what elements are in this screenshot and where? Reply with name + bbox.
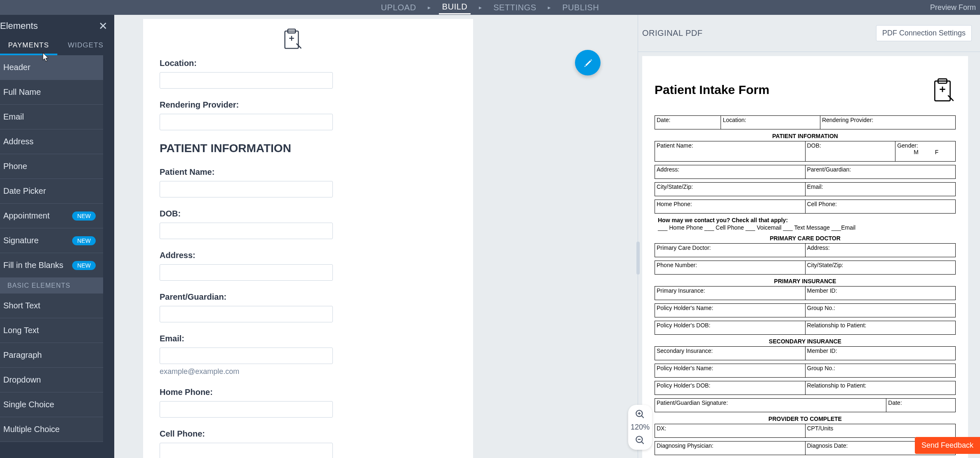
form-field-input[interactable]	[160, 443, 333, 458]
form-field-label: Parent/Guardian:	[160, 292, 424, 302]
element-item-label: Short Text	[3, 301, 40, 310]
zoom-in-icon	[635, 409, 645, 420]
element-item[interactable]: AppointmentNEW	[0, 204, 103, 228]
send-feedback-button[interactable]: Send Feedback	[915, 437, 980, 454]
pdf-field-cell: Date:	[655, 116, 721, 129]
form-field-label: Patient Name:	[160, 167, 424, 177]
zoom-controls: 120%	[628, 405, 652, 450]
elements-section-header: BASIC ELEMENTS	[0, 278, 103, 294]
form-field-input[interactable]	[160, 348, 333, 364]
form-field[interactable]: Cell Phone:	[160, 429, 424, 458]
pdf-field-cell: CPT/Units	[805, 424, 956, 438]
element-item[interactable]: Date Picker	[0, 179, 103, 204]
pdf-field-cell: DOB:	[805, 141, 895, 162]
close-icon[interactable]: ✕	[99, 21, 108, 31]
pdf-section-header: PRIMARY CARE DOCTOR	[655, 235, 956, 242]
pdf-connection-settings-button[interactable]: PDF Connection Settings	[876, 25, 972, 41]
nav-upload[interactable]: UPLOAD	[378, 1, 419, 14]
form-field[interactable]: Rendering Provider:	[160, 100, 424, 130]
element-item[interactable]: Single Choice	[0, 392, 103, 417]
element-item-label: Fill in the Blanks	[3, 261, 64, 270]
pdf-field-cell: Location:	[721, 116, 820, 129]
element-item[interactable]: Short Text	[0, 294, 103, 318]
new-badge: NEW	[72, 261, 96, 270]
form-field-label: Cell Phone:	[160, 429, 424, 439]
form-field-label: Address:	[160, 251, 424, 260]
form-field-input[interactable]	[160, 72, 333, 89]
pdf-field-cell: Cell Phone:	[805, 200, 956, 214]
form-field[interactable]: Email:example@example.com	[160, 334, 424, 376]
element-item[interactable]: Header	[0, 55, 103, 80]
new-badge: NEW	[72, 211, 96, 221]
element-item-label: Email	[3, 112, 24, 122]
element-item-label: Dropdown	[3, 375, 41, 385]
pdf-field-cell: Policy Holder's DOB:	[655, 321, 806, 335]
form-field[interactable]: Location:	[160, 59, 424, 89]
element-item[interactable]: Fill in the BlanksNEW	[0, 253, 103, 278]
pdf-field-cell: Primary Care Doctor:	[655, 244, 806, 257]
pdf-preview-panel: ORIGINAL PDF PDF Connection Settings Pat…	[638, 15, 980, 458]
form-field[interactable]: Parent/Guardian:	[160, 292, 424, 322]
form-field-label: Email:	[160, 334, 424, 343]
form-field-input[interactable]	[160, 306, 333, 322]
element-item[interactable]: Full Name	[0, 80, 103, 105]
element-item[interactable]: Address	[0, 129, 103, 154]
zoom-out-button[interactable]	[635, 435, 645, 446]
pdf-field-cell: Gender:MF	[895, 141, 956, 162]
form-field[interactable]: Address:	[160, 251, 424, 281]
element-item-label: Single Choice	[3, 400, 54, 409]
pdf-field-cell: Primary Insurance:	[655, 287, 806, 300]
element-item[interactable]: Dropdown	[0, 368, 103, 392]
contact-options: ___ Home Phone ___ Cell Phone ___ Voicem…	[658, 224, 956, 231]
pdf-field-cell: Phone Number:	[655, 261, 806, 275]
section-title: PATIENT INFORMATION	[160, 142, 424, 155]
element-item-label: Date Picker	[3, 186, 46, 196]
form-field-input[interactable]	[160, 181, 333, 197]
pdf-field-cell: Member ID:	[805, 287, 956, 300]
form-field[interactable]: DOB:	[160, 209, 424, 239]
form-field-input[interactable]	[160, 114, 333, 130]
wand-icon	[582, 57, 594, 68]
form-field-input[interactable]	[160, 401, 333, 418]
form-field-label: DOB:	[160, 209, 424, 218]
element-item[interactable]: Paragraph	[0, 343, 103, 368]
preview-form-link[interactable]: Preview Form	[930, 3, 976, 12]
pdf-field-cell: Policy Holder's DOB:	[655, 381, 806, 395]
nav-build[interactable]: BUILD	[439, 0, 471, 14]
pdf-field-cell: Parent/Guardian:	[805, 165, 956, 179]
pdf-section-header: SECONDARY INSURANCE	[655, 338, 956, 345]
chevron-right-icon: ▸	[479, 4, 482, 11]
top-nav: UPLOAD ▸ BUILD ▸ SETTINGS ▸ PUBLISH Prev…	[0, 0, 980, 15]
pdf-field-cell: Group No.:	[805, 304, 956, 317]
element-item[interactable]: Email	[0, 105, 103, 129]
element-item-label: Header	[3, 63, 31, 72]
nav-settings[interactable]: SETTINGS	[490, 1, 539, 14]
magic-wand-button[interactable]	[575, 50, 601, 75]
element-item[interactable]: Phone	[0, 154, 103, 179]
tab-widgets[interactable]: WIDGETS	[57, 37, 115, 55]
pdf-field-cell: Relationship to Patient:	[805, 321, 956, 335]
pdf-field-cell: Patient/Guardian Signature:	[655, 399, 886, 412]
form-field-input[interactable]	[160, 223, 333, 239]
element-item-label: Phone	[3, 162, 27, 171]
tab-payments[interactable]: PAYMENTS	[0, 37, 57, 55]
form-field[interactable]: Patient Name:	[160, 167, 424, 197]
helper-text: example@example.com	[160, 367, 424, 376]
pdf-field-cell: Address:	[805, 244, 956, 257]
zoom-out-icon	[635, 435, 645, 446]
new-badge: NEW	[72, 236, 96, 245]
pdf-field-cell: City/State/Zip:	[655, 183, 806, 196]
element-item[interactable]: SignatureNEW	[0, 228, 103, 253]
element-item[interactable]: Multiple Choice	[0, 417, 103, 442]
nav-publish[interactable]: PUBLISH	[559, 1, 602, 14]
zoom-in-button[interactable]	[635, 409, 645, 420]
element-item[interactable]: Long Text	[0, 318, 103, 343]
element-item-label: Paragraph	[3, 350, 42, 360]
pdf-field-cell: City/State/Zip:	[805, 261, 956, 275]
pdf-section-header: PRIMARY INSURANCE	[655, 278, 956, 284]
form-field-input[interactable]	[160, 264, 333, 281]
form-field[interactable]: Home Phone:	[160, 388, 424, 418]
form-builder: Location:Rendering Provider:PATIENT INFO…	[114, 15, 638, 458]
sidebar-title: Elements	[0, 21, 38, 31]
form-field-label: Location:	[160, 59, 424, 68]
